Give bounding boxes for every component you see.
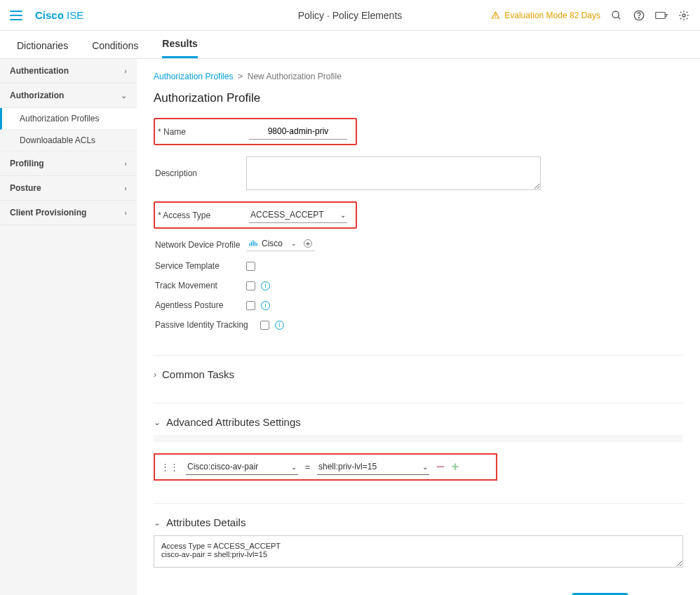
crumb-root[interactable]: Authorization Profiles <box>154 72 233 81</box>
drag-handle-icon[interactable]: ⋮⋮ <box>161 462 179 472</box>
chevron-down-icon: ⌄ <box>121 91 127 100</box>
brand-sub: ISE <box>67 9 83 21</box>
cisco-icon <box>249 240 257 247</box>
name-label: Name <box>158 127 249 137</box>
passive-checkbox[interactable] <box>260 321 269 330</box>
net-device-row: Network Device Profile Cisco ⌄ + <box>154 236 683 254</box>
sidebar: Authentication› Authorization⌄ Authoriza… <box>0 59 137 595</box>
description-label: Description <box>155 168 246 178</box>
chevron-down-icon: ⌄ <box>291 463 297 471</box>
tab-results[interactable]: Results <box>162 38 198 58</box>
chevron-right-icon: › <box>154 370 156 380</box>
adv-toolbar <box>154 435 683 442</box>
svg-point-5 <box>682 14 685 17</box>
info-icon[interactable]: i <box>261 301 270 310</box>
service-template-label: Service Template <box>155 261 246 271</box>
access-type-label: Access Type <box>158 210 249 220</box>
chevron-down-icon: ⌄ <box>154 417 161 427</box>
track-movement-checkbox[interactable] <box>246 281 255 290</box>
chevron-right-icon: › <box>124 67 127 75</box>
advanced-attr-row: ⋮⋮ Cisco:cisco-av-pair ⌄ = shell:priv-lv… <box>154 453 497 481</box>
page-heading: Authorization Profile <box>154 91 683 105</box>
top-tabs: Dictionaries Conditions Results <box>0 31 700 59</box>
tab-dictionaries[interactable]: Dictionaries <box>17 40 68 58</box>
attr-name-select[interactable]: Cisco:cisco-av-pair ⌄ <box>186 459 298 475</box>
side-dacls[interactable]: Downloadable ACLs <box>0 130 137 152</box>
advanced-header[interactable]: ⌄ Advanced Attributes Settings <box>154 416 683 428</box>
service-template-checkbox[interactable] <box>246 262 255 271</box>
description-row: Description <box>154 154 683 193</box>
search-icon[interactable] <box>610 9 623 22</box>
crumb-current: New Authorization Profile <box>248 72 342 81</box>
attr-detail-line: Access Type = ACCESS_ACCEPT <box>161 542 675 550</box>
side-posture[interactable]: Posture› <box>0 176 137 201</box>
side-auth-profiles[interactable]: Authorization Profiles <box>0 108 137 130</box>
tab-conditions[interactable]: Conditions <box>92 40 138 58</box>
equals-sign: = <box>305 462 310 472</box>
evaluation-badge[interactable]: Evaluation Mode 82 Days <box>491 11 600 20</box>
add-icon[interactable]: + <box>304 239 312 248</box>
net-device-label: Network Device Profile <box>155 240 246 250</box>
brand-main: Cisco <box>35 9 64 21</box>
chevron-down-icon: ⌄ <box>422 463 428 471</box>
chevron-right-icon: › <box>124 159 127 168</box>
chevron-down-icon: ⌄ <box>340 211 346 219</box>
attr-details-header[interactable]: ⌄ Attributes Details <box>154 516 683 528</box>
menu-icon[interactable] <box>10 8 25 23</box>
svg-point-3 <box>638 17 639 18</box>
breadcrumb: Authorization Profiles > New Authorizati… <box>154 72 683 81</box>
attr-details-box: Access Type = ACCESS_ACCEPT cisco-av-pai… <box>154 535 683 568</box>
attr-detail-line: cisco-av-pair = shell:priv-lvl=15 <box>161 550 675 559</box>
warning-icon <box>491 11 500 20</box>
app-header: Cisco ISE Policy · Policy Elements Evalu… <box>0 0 700 31</box>
tools-icon[interactable] <box>655 9 668 22</box>
chevron-down-icon: ⌄ <box>291 240 297 247</box>
svg-point-0 <box>612 11 619 18</box>
agentless-label: Agentless Posture <box>155 300 246 310</box>
chevron-right-icon: › <box>124 184 127 192</box>
svg-rect-4 <box>656 12 666 18</box>
passive-label: Passive Identity Tracking <box>155 320 260 330</box>
info-icon[interactable]: i <box>261 281 270 290</box>
brand-logo: Cisco ISE <box>35 9 83 21</box>
side-profiling[interactable]: Profiling› <box>0 152 137 176</box>
agentless-checkbox[interactable] <box>246 301 255 310</box>
main-content: Authorization Profiles > New Authorizati… <box>137 59 700 595</box>
side-authorization[interactable]: Authorization⌄ <box>0 83 137 108</box>
net-device-select[interactable]: Cisco ⌄ + <box>246 239 315 251</box>
remove-icon[interactable]: − <box>436 459 445 475</box>
info-icon[interactable]: i <box>275 321 284 330</box>
add-icon[interactable]: + <box>452 460 459 474</box>
name-row-highlight: Name <box>154 118 357 145</box>
side-client-prov[interactable]: Client Provisioning› <box>0 201 137 225</box>
common-tasks-header[interactable]: › Common Tasks <box>154 368 683 380</box>
description-input[interactable] <box>246 156 541 190</box>
name-input[interactable] <box>249 123 347 140</box>
side-authentication[interactable]: Authentication› <box>0 59 137 83</box>
chevron-right-icon: › <box>124 208 127 217</box>
chevron-down-icon: ⌄ <box>154 518 161 528</box>
attr-value-select[interactable]: shell:priv-lvl=15 ⌄ <box>317 459 429 475</box>
access-type-highlight: Access Type ACCESS_ACCEPT ⌄ <box>154 201 357 229</box>
help-icon[interactable] <box>633 9 645 22</box>
svg-line-1 <box>618 17 620 19</box>
settings-icon[interactable] <box>678 9 690 22</box>
access-type-select[interactable]: ACCESS_ACCEPT ⌄ <box>249 207 347 223</box>
track-movement-label: Track Movement <box>155 281 246 290</box>
